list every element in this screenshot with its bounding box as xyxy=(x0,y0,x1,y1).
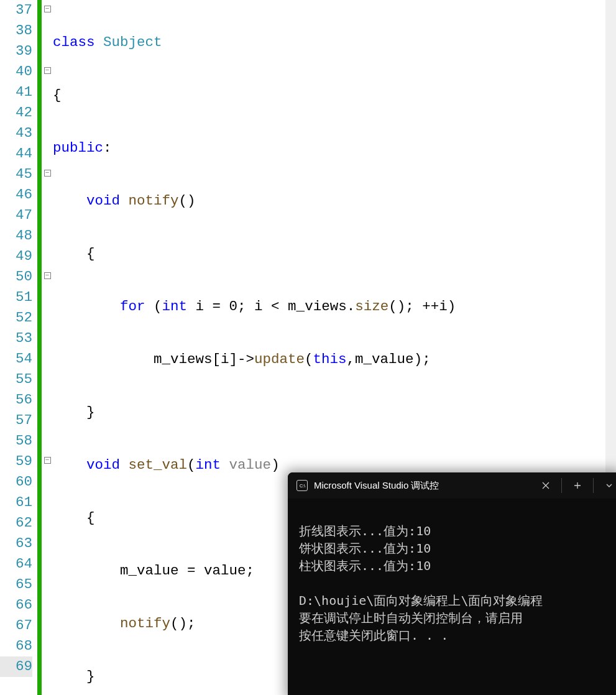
debug-console-window[interactable]: C:\ Microsoft Visual Studio 调试控 折线图表示...… xyxy=(288,472,616,695)
line-number: 63 xyxy=(0,533,32,554)
console-output[interactable]: 折线图表示...值为:10 饼状图表示...值为:10 柱状图表示...值为:1… xyxy=(288,499,616,650)
console-line: 饼状图表示...值为:10 xyxy=(299,541,431,556)
fold-toggle-icon[interactable]: − xyxy=(44,67,51,74)
line-number: 68 xyxy=(0,636,32,656)
line-number: 64 xyxy=(0,554,32,574)
code-line[interactable]: void notify() xyxy=(53,191,616,211)
fold-gutter[interactable]: − − − − − xyxy=(42,0,53,695)
fold-toggle-icon[interactable]: − xyxy=(44,170,51,177)
code-line[interactable]: m_views[i]->update(this,m_value); xyxy=(53,349,616,370)
fold-toggle-icon[interactable]: − xyxy=(44,457,51,464)
line-number: 45 xyxy=(0,164,32,185)
line-number: 55 xyxy=(0,369,32,390)
line-number: 39 xyxy=(0,41,32,62)
console-titlebar[interactable]: C:\ Microsoft Visual Studio 调试控 xyxy=(288,472,616,499)
line-number: 51 xyxy=(0,287,32,308)
code-line[interactable]: { xyxy=(53,85,616,106)
titlebar-divider xyxy=(561,478,562,493)
terminal-icon: C:\ xyxy=(297,480,308,491)
code-line[interactable]: } xyxy=(53,402,616,423)
line-number: 42 xyxy=(0,103,32,123)
code-line[interactable]: public: xyxy=(53,138,616,159)
plus-icon xyxy=(574,482,581,489)
console-line: D:\houjie\面向对象编程上\面向对象编程 xyxy=(299,593,543,608)
line-number: 54 xyxy=(0,349,32,369)
line-number: 61 xyxy=(0,492,32,513)
console-line: 按任意键关闭此窗口. . . xyxy=(299,628,448,643)
line-number: 41 xyxy=(0,82,32,103)
line-number: 56 xyxy=(0,390,32,410)
line-number: 69 xyxy=(0,656,32,677)
new-tab-button[interactable] xyxy=(563,472,592,499)
line-number: 60 xyxy=(0,472,32,492)
change-indicator-bar xyxy=(37,0,42,695)
line-number: 52 xyxy=(0,308,32,328)
line-number: 66 xyxy=(0,595,32,615)
line-number: 57 xyxy=(0,410,32,431)
line-number: 49 xyxy=(0,246,32,267)
console-line: 要在调试停止时自动关闭控制台，请启用 xyxy=(299,610,523,625)
close-icon xyxy=(542,482,549,489)
line-number: 48 xyxy=(0,226,32,246)
tab-dropdown-button[interactable] xyxy=(595,472,616,499)
line-number: 62 xyxy=(0,513,32,533)
code-line[interactable]: for (int i = 0; i < m_views.size(); ++i) xyxy=(53,297,616,317)
line-number: 47 xyxy=(0,205,32,226)
line-number: 43 xyxy=(0,123,32,144)
close-tab-button[interactable] xyxy=(531,472,560,499)
chevron-down-icon xyxy=(605,482,613,489)
code-line[interactable]: class Subject xyxy=(53,32,616,53)
line-number: 37 xyxy=(0,0,32,21)
line-number: 67 xyxy=(0,615,32,636)
fold-toggle-icon[interactable]: − xyxy=(44,272,51,279)
console-line: 折线图表示...值为:10 xyxy=(299,523,431,538)
line-number: 40 xyxy=(0,62,32,82)
line-number: 44 xyxy=(0,144,32,164)
code-line[interactable]: { xyxy=(53,244,616,264)
fold-toggle-icon[interactable]: − xyxy=(44,6,51,12)
line-number: 65 xyxy=(0,574,32,595)
console-line: 柱状图表示...值为:10 xyxy=(299,558,431,573)
line-number: 59 xyxy=(0,451,32,472)
line-number: 50 xyxy=(0,267,32,287)
console-title: Microsoft Visual Studio 调试控 xyxy=(314,480,439,492)
line-number: 58 xyxy=(0,431,32,451)
titlebar-divider xyxy=(593,478,594,493)
line-number: 46 xyxy=(0,185,32,205)
line-number: 38 xyxy=(0,21,32,41)
line-number: 53 xyxy=(0,328,32,349)
line-number-gutter: 37 38 39 40 41 42 43 44 45 46 47 48 49 5… xyxy=(0,0,37,695)
